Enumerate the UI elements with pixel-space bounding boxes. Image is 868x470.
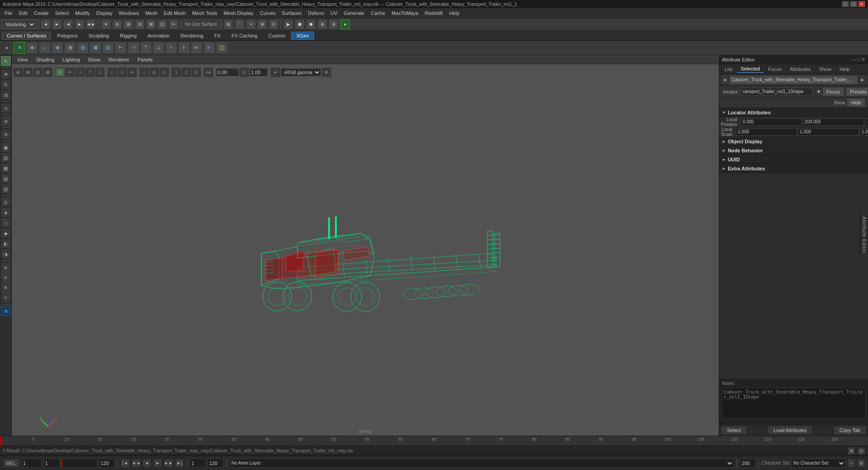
menu-generate[interactable]: Generate [341,9,367,17]
range-start-input[interactable] [190,459,206,468]
shelf-tool-5[interactable]: ⊞ [64,42,76,54]
shelf-tool-8[interactable]: ⊡ [102,42,114,54]
toolbar-btn-3[interactable]: ◄ [63,19,73,29]
shelf-tool-7[interactable]: ⊠ [90,42,101,54]
attr-tab-help[interactable]: Help [836,66,854,73]
shelf-tool-4[interactable]: ⊕ [52,42,63,54]
toolbar-snap-curve[interactable]: ⌒ [235,19,245,29]
attr-editor-x-icon[interactable]: ✕ [861,56,865,62]
copy-tab-button[interactable]: Copy Tab [834,426,866,435]
current-frame-input[interactable] [21,459,42,468]
load-attributes-button[interactable]: Load Attributes [768,426,812,435]
tool-lasso[interactable]: ⊚ [1,129,11,139]
menu-create[interactable]: Create [31,9,52,17]
vp-wireframe-icon[interactable]: ⊡ [56,68,65,77]
vp-res2-icon[interactable]: 2 [182,68,191,77]
toolbar-btn-8[interactable]: ⊡ [157,19,167,29]
tool-group-1b[interactable]: ▥ [1,153,11,163]
audio-btn[interactable]: ♪ [847,459,855,468]
toolbar-btn-6[interactable]: ⊟ [135,19,145,29]
toolbar-render-btn3[interactable]: ⏺ [306,19,316,29]
attr-nav-next[interactable]: ► [859,75,866,85]
extra-attributes-section[interactable]: ► Extra Attributes [719,164,868,173]
toolbar-render-btn6[interactable]: ● [340,19,350,29]
vp-shadow-icon[interactable]: ⊦ [108,68,117,77]
tool-select[interactable]: ↖ [1,56,11,66]
toolbar-btn-7[interactable]: ⊠ [146,19,156,29]
tool-bottom-special[interactable]: ⊕ [1,306,11,316]
uuid-section[interactable]: ► UUID [719,155,868,164]
vp-xray-icon[interactable]: ◎ [150,68,159,77]
toolbar-btn-1[interactable]: ◄ [41,19,51,29]
menu-deform[interactable]: Deform [305,9,327,17]
playback-step-back[interactable]: ◄◄ [132,459,141,468]
menu-mesh[interactable]: Mesh [142,9,160,17]
local-scale-x-input[interactable] [736,128,797,136]
playback-back[interactable]: ◄ [142,459,151,468]
shelf-tool-16[interactable]: ⊩ [203,42,215,54]
vp-camera-icon[interactable]: ⊕ [14,68,23,77]
toolbar-btn-4[interactable]: ► [75,19,85,29]
toolbar-snap-view[interactable]: ⊕ [257,19,267,29]
vp-isolate-icon[interactable]: ○ [140,68,149,77]
menu-file[interactable]: File [2,9,15,17]
attr-node-name-btn[interactable]: Cabover_Truck_with_Steerable_Heavy_Trans… [729,75,858,85]
toolbar-render-btn2[interactable]: ⏹ [295,19,305,29]
playback-goto-end[interactable]: ►| [175,459,184,468]
shelf-tool-11[interactable]: ⊤ [140,42,152,54]
tool-paint[interactable]: ◇ [1,218,11,228]
close-button[interactable]: ✕ [858,1,865,7]
tool-rotate[interactable]: ↻ [1,80,11,89]
tab-fx-caching[interactable]: FX Caching [226,32,262,40]
tab-fx[interactable]: FX [209,32,226,40]
frame-end-input[interactable] [99,459,115,468]
menu-edit[interactable]: Edit [16,9,30,17]
menu-modify[interactable]: Modify [72,9,92,17]
tab-xgen[interactable]: XGen [291,32,314,40]
vp-res3-icon[interactable]: 3 [192,68,201,77]
shelf-tool-6[interactable]: ⊟ [77,42,89,54]
tab-sculpting[interactable]: Sculpting [84,32,114,40]
local-scale-z-input[interactable] [860,128,868,136]
workspace-dropdown[interactable]: Modeling [2,20,36,29]
toolbar-snap-point[interactable]: • [246,19,256,29]
maximize-button[interactable]: □ [850,1,857,7]
status-icon-2[interactable]: ⊟ [857,447,865,455]
toolbar-render-btn1[interactable]: ▶ [283,19,293,29]
char-set-select[interactable]: No Character Set [791,459,845,468]
shelf-tool-10[interactable]: ⊣ [127,42,139,54]
tab-animation[interactable]: Animation [142,32,175,40]
vp-ao-icon[interactable]: ⊧ [118,68,127,77]
viewport-inner[interactable]: ⊕ ⊞ ⊟ ⊠ ⊡ ⊢ ⊣ ⊤ ⊥ ⊦ ⊧ ⊨ ○ ◎ ◇ 1 2 [12,64,719,436]
locator-expand-btn[interactable]: ▼ [815,88,822,95]
tool-scale[interactable]: ⊞ [1,90,11,100]
frame-start-input[interactable] [43,459,59,468]
menu-mesh-display[interactable]: Mesh Display [221,9,256,17]
coord-x-input[interactable]: 0.00 [216,68,239,76]
tool-group-1e[interactable]: ▨ [1,184,11,194]
shelf-circle-tool[interactable]: ○ [39,42,51,54]
menu-mesh-tools[interactable]: Mesh Tools [189,9,220,17]
toolbar-btn-9[interactable]: ⊢ [169,19,179,29]
vp-color-icon[interactable]: ● [271,68,280,77]
toolbar-snap-live[interactable]: ⊙ [269,19,278,29]
vp-menu-renderer[interactable]: Renderer [105,56,133,63]
tool-snap-1[interactable]: ⊞ ⊟ ⊠ ⊡ [1,262,11,303]
timeline-track[interactable]: 5 10 15 20 25 30 35 40 45 50 55 60 65 70… [0,436,868,446]
attr-nav-prev[interactable]: ◄ [721,75,728,85]
toolbar-render-btn4[interactable]: ⊛ [317,19,327,29]
tool-soft-select[interactable]: ⊙ [1,103,11,113]
tool-camera[interactable]: ◎ [1,197,11,207]
toolbar-btn-2[interactable]: ► [52,19,62,29]
mini-timeline-bar[interactable] [61,459,97,468]
attr-tab-attributes[interactable]: Attributes [786,66,814,73]
menu-cache[interactable]: Cache [368,9,388,17]
menu-edit-mesh[interactable]: Edit Mesh [161,9,189,17]
local-scale-y-input[interactable] [798,128,859,136]
object-display-section[interactable]: ► Object Display [719,137,868,146]
attr-editor-close-icon[interactable]: — [851,56,856,62]
shelf-select-tool[interactable]: ✕ [14,42,25,54]
attr-tab-selected[interactable]: Selected [737,65,764,73]
range-end-input[interactable] [208,459,223,468]
playback-goto-start[interactable]: |◄ [121,459,130,468]
